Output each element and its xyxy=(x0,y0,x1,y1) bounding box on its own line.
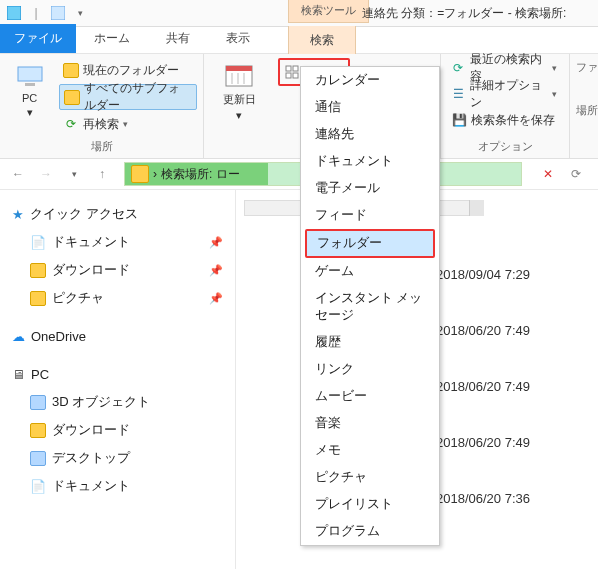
refresh-button[interactable]: ⟳ xyxy=(564,162,588,186)
pc-node[interactable]: 🖥 PC xyxy=(12,360,231,388)
search-tools-contextual-tab: 検索ツール xyxy=(288,0,369,23)
save-icon: 💾 xyxy=(451,112,467,128)
chevron-down-icon: ▾ xyxy=(27,106,33,119)
classify-dropdown: カレンダー 通信 連絡先 ドキュメント 電子メール フィード フォルダー ゲーム… xyxy=(300,66,440,546)
tree-documents2[interactable]: 📄 ドキュメント xyxy=(12,472,231,500)
back-button[interactable]: ← xyxy=(6,162,30,186)
svg-rect-11 xyxy=(286,73,291,78)
dropdown-item-calendar[interactable]: カレンダー xyxy=(301,67,439,94)
dropdown-item-picture[interactable]: ピクチャ xyxy=(301,464,439,491)
tab-view[interactable]: 表示 xyxy=(208,24,268,53)
list-item[interactable]: 2018/06/20 7:36 xyxy=(436,470,530,526)
window-title: 連絡先 分類：=フォルダー - 検索場所: xyxy=(362,5,566,22)
dropdown-item-im[interactable]: インスタント メッセージ xyxy=(301,285,439,329)
all-subfolders-label: すべてのサブフォルダー xyxy=(84,80,190,114)
list-item[interactable]: 2018/06/20 7:49 xyxy=(436,414,530,470)
chevron-down-icon: ▾ xyxy=(123,119,128,129)
svg-rect-3 xyxy=(25,83,35,86)
chevron-down-icon: ▾ xyxy=(236,109,242,122)
tree-downloads2[interactable]: ダウンロード xyxy=(12,416,231,444)
divider-icon: | xyxy=(26,3,46,23)
pin-icon: 📌 xyxy=(209,292,223,305)
refresh-icon: ⟳ xyxy=(63,116,79,132)
tab-search[interactable]: 検索 xyxy=(288,26,356,56)
save-search-button[interactable]: 💾 検索条件を保存 xyxy=(447,108,561,132)
folder-icon xyxy=(30,262,46,278)
svg-rect-1 xyxy=(51,6,65,20)
svg-rect-2 xyxy=(18,67,42,81)
ribbon: PC ▾ 現在のフォルダー すべてのサブフォルダー ⟳ 再検索 ▾ 場所 xyxy=(0,54,598,159)
tree-pictures[interactable]: ピクチャ 📌 xyxy=(12,284,231,312)
classify-icon xyxy=(284,64,300,80)
ribbon-tabs: ファイル ホーム 共有 表示 検索 xyxy=(0,27,598,54)
dropdown-item-documents[interactable]: ドキュメント xyxy=(301,148,439,175)
folder-icon xyxy=(30,290,46,306)
list-item[interactable]: 2018/06/20 7:49 xyxy=(436,302,530,358)
tree-documents[interactable]: 📄 ドキュメント 📌 xyxy=(12,228,231,256)
tab-file[interactable]: ファイル xyxy=(0,24,76,53)
subfolders-icon xyxy=(64,89,80,105)
tree-3d[interactable]: 3D オブジェクト xyxy=(12,388,231,416)
research-button[interactable]: ⟳ 再検索 ▾ xyxy=(59,112,197,136)
dropdown-item-history[interactable]: 履歴 xyxy=(301,329,439,356)
pc-button[interactable]: PC ▾ xyxy=(6,58,53,119)
list-item[interactable]: 2018/09/04 7:29 xyxy=(436,246,530,302)
svg-rect-12 xyxy=(293,73,298,78)
advanced-options-button[interactable]: ☰ 詳細オプション▾ xyxy=(447,82,563,106)
date-column: 2018/09/04 7:29 2018/06/20 7:49 2018/06/… xyxy=(436,246,530,526)
dropdown-item-email[interactable]: 電子メール xyxy=(301,175,439,202)
tab-share[interactable]: 共有 xyxy=(148,24,208,53)
dropdown-item-contacts[interactable]: 連絡先 xyxy=(301,121,439,148)
quick-access-node[interactable]: ★ クイック アクセス xyxy=(12,200,231,228)
body: ★ クイック アクセス 📄 ドキュメント 📌 ダウンロード 📌 ピクチャ 📌 ☁ xyxy=(0,190,598,569)
dropdown-item-music[interactable]: 音楽 xyxy=(301,410,439,437)
up-button[interactable]: ↑ xyxy=(90,162,114,186)
svg-rect-5 xyxy=(226,66,252,71)
list-icon: ☰ xyxy=(451,86,466,102)
dropdown-item-program[interactable]: プログラム xyxy=(301,518,439,545)
tree-downloads[interactable]: ダウンロード 📌 xyxy=(12,256,231,284)
document-icon: 📄 xyxy=(30,478,46,494)
quick-access-toolbar: | ▾ xyxy=(4,3,90,23)
stop-button[interactable]: ✕ xyxy=(536,162,560,186)
dropdown-item-communication[interactable]: 通信 xyxy=(301,94,439,121)
navigation-bar: ← → ▾ ↑ › 検索場所: ロー ✕ ⟳ xyxy=(0,159,598,190)
date-modified-button[interactable]: 更新日 ▾ xyxy=(211,58,267,122)
dropdown-item-movie[interactable]: ムービー xyxy=(301,383,439,410)
tab-home[interactable]: ホーム xyxy=(76,24,148,53)
quick-access-label: クイック アクセス xyxy=(30,205,138,223)
dropdown-item-playlist[interactable]: プレイリスト xyxy=(301,491,439,518)
folder-icon xyxy=(30,450,46,466)
ribbon-group-options: ⟳ 最近の検索内容▾ ☰ 詳細オプション▾ 💾 検索条件を保存 オプション xyxy=(440,54,570,158)
document-icon: 📄 xyxy=(30,234,46,250)
all-subfolders-button[interactable]: すべてのサブフォルダー xyxy=(59,84,197,110)
properties-icon[interactable] xyxy=(48,3,68,23)
dropdown-item-game[interactable]: ゲーム xyxy=(301,258,439,285)
dropdown-item-folder-highlight[interactable]: フォルダー xyxy=(305,229,435,258)
qat-dropdown-icon[interactable]: ▾ xyxy=(70,3,90,23)
calendar-icon xyxy=(223,62,255,90)
navigation-tree: ★ クイック アクセス 📄 ドキュメント 📌 ダウンロード 📌 ピクチャ 📌 ☁ xyxy=(0,190,236,569)
star-icon: ★ xyxy=(12,207,24,222)
recent-icon: ⟳ xyxy=(451,60,466,76)
group-location-label: 場所 xyxy=(0,137,203,158)
pc-icon: 🖥 xyxy=(12,367,25,382)
pin-icon: 📌 xyxy=(209,264,223,277)
svg-rect-0 xyxy=(7,6,21,20)
dropdown-item-feed[interactable]: フィード xyxy=(301,202,439,229)
current-folder-button[interactable]: 現在のフォルダー xyxy=(59,58,197,82)
research-label: 再検索 xyxy=(83,116,119,133)
date-modified-label: 更新日 xyxy=(223,92,256,107)
svg-rect-9 xyxy=(286,66,291,71)
forward-button: → xyxy=(34,162,58,186)
save-label: 検索条件を保存 xyxy=(471,112,555,129)
dropdown-item-memo[interactable]: メモ xyxy=(301,437,439,464)
history-dropdown[interactable]: ▾ xyxy=(62,162,86,186)
svg-rect-10 xyxy=(293,66,298,71)
list-item[interactable]: 2018/06/20 7:49 xyxy=(436,358,530,414)
tree-desktop[interactable]: デスクトップ xyxy=(12,444,231,472)
cloud-icon: ☁ xyxy=(12,329,25,344)
folder-icon xyxy=(30,394,46,410)
dropdown-item-link[interactable]: リンク xyxy=(301,356,439,383)
onedrive-node[interactable]: ☁ OneDrive xyxy=(12,322,231,350)
